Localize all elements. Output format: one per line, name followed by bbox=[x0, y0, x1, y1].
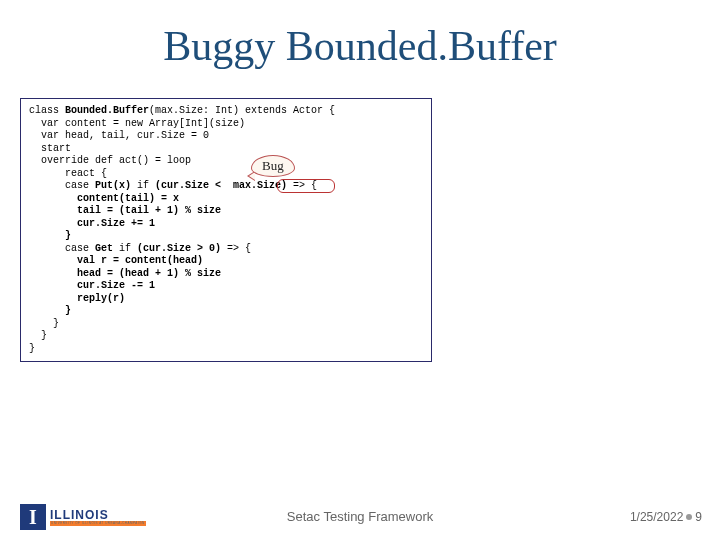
footer-page: 9 bbox=[695, 510, 702, 524]
footer-meta: 1/25/20229 bbox=[630, 510, 702, 524]
footer-date: 1/25/2022 bbox=[630, 510, 683, 524]
code-box: class Bounded.Buffer(max.Size: Int) exte… bbox=[20, 98, 432, 362]
page-title: Buggy Bounded.Buffer bbox=[0, 22, 720, 70]
bug-callout: Bug bbox=[251, 155, 295, 177]
footer-title: Setac Testing Framework bbox=[0, 509, 720, 524]
bullet-icon bbox=[686, 514, 692, 520]
code-block: class Bounded.Buffer(max.Size: Int) exte… bbox=[29, 105, 423, 355]
